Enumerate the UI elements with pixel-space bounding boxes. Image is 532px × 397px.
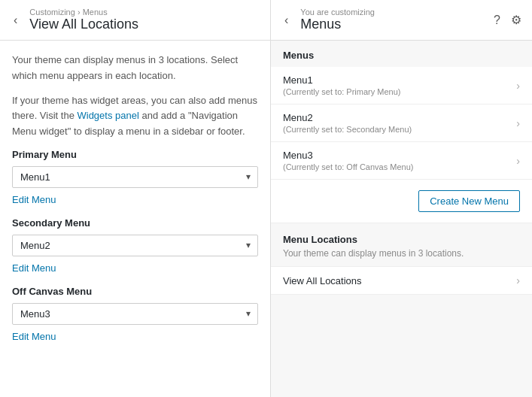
breadcrumb: Customizing › Menus	[29, 8, 138, 17]
right-header-left: ‹ You are customizing Menus	[280, 8, 375, 32]
primary-menu-select-wrapper: Menu1 Menu2 Menu3 ▾	[12, 166, 258, 188]
help-icon-button[interactable]: ?	[492, 12, 502, 29]
menu-list-item-1[interactable]: Menu1 (Currently set to: Primary Menu) ›	[271, 67, 532, 105]
primary-edit-menu-link[interactable]: Edit Menu	[12, 194, 56, 205]
right-back-button[interactable]: ‹	[280, 12, 293, 29]
left-panel-content: Your theme can display menus in 3 locati…	[0, 41, 270, 397]
settings-icon-button[interactable]: ⚙	[509, 11, 523, 29]
you-are-customizing-label: You are customizing	[300, 8, 375, 17]
offcanvas-menu-select-wrapper: Menu1 Menu2 Menu3 ▾	[12, 303, 258, 325]
secondary-edit-menu-link[interactable]: Edit Menu	[12, 262, 56, 274]
left-header-text: Customizing › Menus View All Locations	[29, 8, 138, 32]
menu-item-name-2: Menu2	[283, 112, 412, 123]
offcanvas-menu-section: Off Canvas Menu Menu1 Menu2 Menu3 ▾ Edit…	[12, 286, 258, 342]
menu-item-sub-2: (Currently set to: Secondary Menu)	[283, 125, 412, 134]
primary-menu-label: Primary Menu	[12, 149, 258, 160]
chevron-right-icon-1: ›	[516, 80, 520, 92]
secondary-menu-select[interactable]: Menu1 Menu2 Menu3	[12, 235, 258, 256]
right-panel-header: ‹ You are customizing Menus ? ⚙	[271, 0, 532, 41]
menu-item-info-1: Menu1 (Currently set to: Primary Menu)	[283, 74, 400, 96]
secondary-menu-section: Secondary Menu Menu1 Menu2 Menu3 ▾ Edit …	[12, 217, 258, 274]
offcanvas-menu-label: Off Canvas Menu	[12, 286, 258, 297]
right-header-icons: ? ⚙	[492, 11, 523, 29]
menu-list-item-2[interactable]: Menu2 (Currently set to: Secondary Menu)…	[271, 105, 532, 142]
menu-item-sub-3: (Currently set to: Off Canvas Menu)	[283, 162, 413, 171]
menu-item-info-2: Menu2 (Currently set to: Secondary Menu)	[283, 112, 412, 134]
right-panel: ‹ You are customizing Menus ? ⚙ Menus Me…	[271, 0, 532, 397]
secondary-menu-label: Secondary Menu	[12, 217, 258, 229]
description-1: Your theme can display menus in 3 locati…	[12, 53, 258, 84]
menu-item-sub-1: (Currently set to: Primary Menu)	[283, 87, 400, 96]
description-2: If your theme has widget areas, you can …	[12, 93, 258, 140]
left-panel-header: ‹ Customizing › Menus View All Locations	[0, 0, 270, 41]
menu-item-name-3: Menu3	[283, 150, 413, 161]
view-all-locations-label: View All Locations	[283, 275, 362, 286]
menus-section-heading: Menus	[271, 41, 532, 67]
chevron-right-icon-2: ›	[516, 117, 520, 129]
offcanvas-menu-select[interactable]: Menu1 Menu2 Menu3	[12, 303, 258, 325]
menu-item-name-1: Menu1	[283, 74, 400, 86]
right-panel-title: Menus	[300, 17, 375, 32]
view-all-locations-item[interactable]: View All Locations ›	[271, 266, 532, 295]
right-panel-content: Menus Menu1 (Currently set to: Primary M…	[271, 41, 532, 397]
menu-list-item-3[interactable]: Menu3 (Currently set to: Off Canvas Menu…	[271, 142, 532, 180]
create-new-menu-button[interactable]: Create New Menu	[418, 190, 520, 212]
left-back-button[interactable]: ‹	[9, 12, 22, 29]
page-title: View All Locations	[29, 17, 138, 32]
primary-menu-section: Primary Menu Menu1 Menu2 Menu3 ▾ Edit Me…	[12, 149, 258, 205]
secondary-menu-select-wrapper: Menu1 Menu2 Menu3 ▾	[12, 235, 258, 256]
left-panel: ‹ Customizing › Menus View All Locations…	[0, 0, 271, 397]
chevron-right-icon-3: ›	[516, 155, 520, 167]
view-all-chevron-icon: ›	[516, 274, 520, 286]
menu-locations-heading: Menu Locations	[271, 223, 532, 248]
menu-locations-section: Menu Locations Your theme can display me…	[271, 223, 532, 266]
menu-item-info-3: Menu3 (Currently set to: Off Canvas Menu…	[283, 150, 413, 171]
offcanvas-edit-menu-link[interactable]: Edit Menu	[12, 331, 56, 342]
right-header-titles: You are customizing Menus	[300, 8, 375, 32]
create-new-area: Create New Menu	[271, 180, 532, 223]
primary-menu-select[interactable]: Menu1 Menu2 Menu3	[12, 166, 258, 188]
widgets-panel-link[interactable]: Widgets panel	[77, 110, 138, 121]
menu-locations-desc: Your theme can display menus in 3 locati…	[271, 248, 532, 266]
